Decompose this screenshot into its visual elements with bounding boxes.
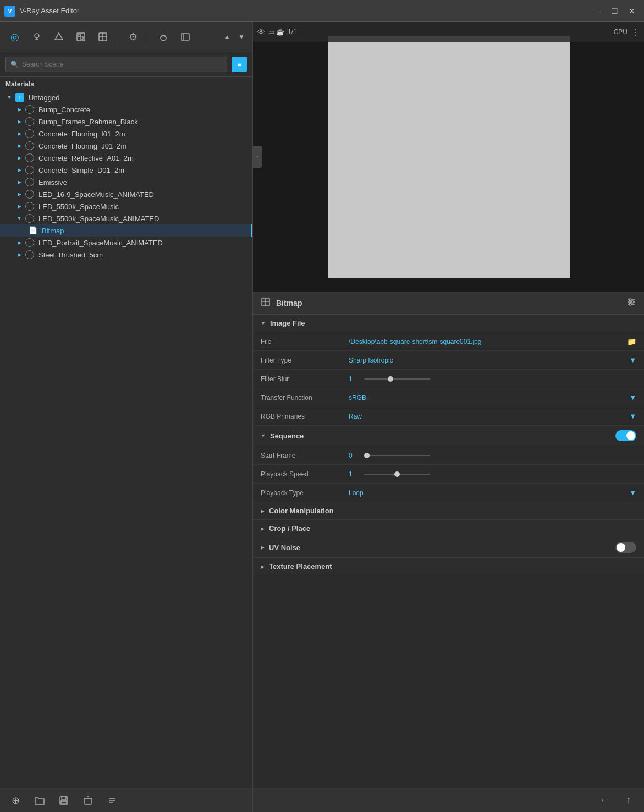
list-item[interactable]: Bump_Concrete (0, 103, 252, 116)
led5500k-animated-item[interactable]: LED_5500k_SpaceMusic_ANIMATED (0, 212, 252, 224)
open-folder-button[interactable] (30, 792, 49, 809)
save-button[interactable] (54, 792, 74, 809)
clean-button[interactable] (102, 792, 122, 809)
image-file-section-header[interactable]: ▼ Image File (253, 315, 644, 332)
playback-type-dropdown-icon[interactable]: ▼ (629, 489, 636, 497)
led5500k-label: LED_5500k_SpaceMusic (38, 202, 119, 211)
steel-brushed-arrow (15, 251, 23, 259)
color-manipulation-arrow: ▶ (261, 508, 265, 514)
concrete-flooring2-arrow (15, 142, 23, 150)
add-material-button[interactable]: ⊕ (5, 792, 25, 809)
preview-more-button[interactable]: ⋮ (631, 27, 640, 37)
filter-blur-num[interactable]: 1 (349, 375, 360, 383)
search-filter-button[interactable]: ≡ (232, 57, 247, 72)
properties-panel: Bitmap ▼ Image File (253, 292, 644, 788)
list-item[interactable]: LED_5500k_SpaceMusic (0, 200, 252, 212)
right-panel: 👁 ▭ ☕ 1/1 CPU ⋮ ‹ Bitmap (253, 22, 644, 812)
emissive-dot (25, 178, 34, 186)
lights-icon[interactable] (27, 28, 46, 46)
bitmap-settings-icon[interactable] (626, 297, 636, 309)
geometry-icon[interactable] (49, 28, 68, 46)
playback-speed-slider[interactable] (364, 474, 430, 475)
steel-brushed-dot (25, 250, 34, 259)
rgb-primaries-row: RGB Primaries Raw ▼ (253, 407, 644, 426)
back-button[interactable]: ← (595, 792, 614, 809)
image-file-arrow: ▼ (261, 321, 266, 326)
list-item[interactable]: Steel_Brushed_5cm (0, 249, 252, 261)
color-manipulation-section-header[interactable]: ▶ Color Manipulation (253, 502, 644, 520)
file-label: File (261, 338, 349, 345)
playback-type-text[interactable]: Loop (349, 489, 364, 497)
arrow-down-small-icon[interactable]: ▼ (236, 31, 247, 42)
crop-place-section-header[interactable]: ▶ Crop / Place (253, 520, 644, 537)
environment-icon[interactable] (154, 28, 173, 46)
led5500k-dot (25, 202, 34, 211)
image-file-properties: File \Desktop\abb-square-short\sm-square… (253, 332, 644, 426)
sequence-arrow: ▼ (261, 433, 266, 438)
collapse-left-arrow[interactable]: ‹ (253, 146, 262, 168)
arrow-up-small-icon[interactable]: ▲ (222, 31, 233, 42)
list-item[interactable]: Emissive (0, 176, 252, 188)
title-bar: V V-Ray Asset Editor — ☐ ✕ (0, 0, 644, 22)
textures-icon[interactable] (71, 28, 90, 46)
filter-type-text[interactable]: Sharp Isotropic (349, 356, 393, 364)
playback-speed-num[interactable]: 1 (349, 470, 360, 478)
settings-icon[interactable]: ⚙ (124, 28, 142, 46)
list-item[interactable]: Bump_Frames_Rahmen_Black (0, 116, 252, 128)
transfer-function-label: Transfer Function (261, 394, 349, 402)
steel-brushed-label: Steel_Brushed_5cm (38, 251, 103, 259)
up-button[interactable]: ↑ (619, 792, 639, 809)
texture-placement-section-header[interactable]: ▶ Texture Placement (253, 558, 644, 575)
eye-icon[interactable]: 👁 (257, 28, 265, 36)
concrete-flooring2-dot (25, 141, 34, 150)
rgb-primaries-dropdown-icon[interactable]: ▼ (629, 412, 636, 420)
list-item[interactable]: LED_Portrait_SpaceMusic_ANIMATED (0, 237, 252, 249)
concrete-flooring1-dot (25, 129, 34, 138)
preview-rect-icon[interactable]: ▭ (268, 28, 274, 36)
window-controls: — ☐ ✕ (589, 4, 640, 18)
start-frame-thumb[interactable] (364, 453, 370, 458)
delete-button[interactable] (78, 792, 98, 809)
crop-place-arrow: ▶ (261, 526, 265, 531)
untagged-group-header[interactable]: T Untagged (0, 91, 252, 103)
file-folder-icon[interactable]: 📁 (627, 337, 636, 346)
list-item[interactable]: Concrete_Flooring_I01_2m (0, 128, 252, 140)
close-button[interactable]: ✕ (624, 4, 640, 18)
sequence-section-header[interactable]: ▼ Sequence (253, 426, 644, 446)
materials-icon[interactable]: ◎ (5, 28, 24, 46)
filter-type-dropdown-icon[interactable]: ▼ (629, 356, 636, 364)
filter-blur-thumb[interactable] (388, 376, 393, 382)
sequence-title: Sequence (270, 432, 304, 440)
uv-noise-section-header[interactable]: ▶ UV Noise (253, 537, 644, 558)
list-item[interactable]: Concrete_Reflective_A01_2m (0, 152, 252, 164)
rgb-primaries-text[interactable]: Raw (349, 413, 362, 420)
minimize-button[interactable]: — (589, 4, 604, 18)
transfer-function-dropdown-icon[interactable]: ▼ (629, 393, 636, 402)
texture-placement-title: Texture Placement (269, 562, 332, 570)
bitmap-subitem[interactable]: 📄 Bitmap (0, 224, 252, 237)
uv-noise-toggle[interactable] (615, 542, 636, 553)
led5500k-animated-dot (25, 214, 34, 223)
preview-teapot-icon[interactable]: ☕ (276, 28, 284, 36)
list-item[interactable]: Concrete_Flooring_J01_2m (0, 140, 252, 152)
start-frame-num[interactable]: 0 (349, 452, 360, 459)
divider-1 (118, 29, 118, 45)
concrete-simple-dot (25, 166, 34, 174)
sequence-toggle[interactable] (615, 430, 636, 441)
svg-rect-11 (181, 34, 189, 40)
led169-dot (25, 190, 34, 199)
render-view-icon[interactable] (176, 28, 195, 46)
file-path[interactable]: \Desktop\abb-square-short\sm-square001.j… (349, 338, 620, 345)
playback-speed-thumb[interactable] (394, 471, 400, 477)
transfer-function-value: sRGB ▼ (349, 393, 636, 402)
start-frame-slider[interactable] (364, 455, 430, 456)
transfer-function-text[interactable]: sRGB (349, 394, 366, 402)
search-icon: 🔍 (10, 61, 19, 68)
render-elements-icon[interactable] (93, 28, 112, 46)
filter-blur-slider[interactable] (364, 378, 430, 380)
maximize-button[interactable]: ☐ (607, 4, 622, 18)
search-input[interactable] (22, 61, 222, 68)
list-item[interactable]: LED_16-9_SpaceMusic_ANIMATED (0, 188, 252, 200)
concrete-reflective-arrow (15, 154, 23, 162)
list-item[interactable]: Concrete_Simple_D01_2m (0, 164, 252, 176)
